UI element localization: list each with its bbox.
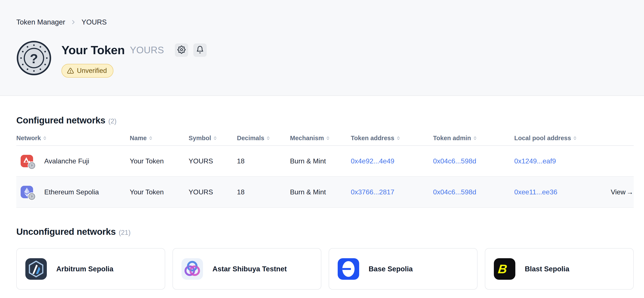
cell-decimals: 18 <box>237 157 290 165</box>
svg-text:?: ? <box>31 195 33 198</box>
chevron-right-icon <box>70 19 76 25</box>
network-name: Ethereum Sepolia <box>44 188 99 196</box>
configured-networks-table: Network Name Symbol Decimals Mechanism T… <box>16 131 634 208</box>
cell-name: Your Token <box>130 188 188 196</box>
bell-icon <box>196 46 204 54</box>
sort-icon <box>473 136 477 140</box>
network-card-arbitrum-sepolia[interactable]: Arbitrum Sepolia <box>16 248 165 289</box>
token-address-link[interactable]: 0x3766...2817 <box>351 188 433 196</box>
token-admin-link[interactable]: 0x04c6...598d <box>433 188 514 196</box>
cell-name: Your Token <box>130 157 188 165</box>
unconfigured-networks-heading: Unconfigured networks(21) <box>16 208 634 237</box>
svg-text:?: ? <box>30 51 38 66</box>
configured-networks-heading: Configured networks(2) <box>16 96 634 126</box>
column-header-symbol[interactable]: Symbol <box>188 135 237 142</box>
sort-icon <box>149 136 152 140</box>
column-header-token-admin[interactable]: Token admin <box>433 135 514 142</box>
section-count: (21) <box>119 229 130 236</box>
column-header-token-address[interactable]: Token address <box>351 135 433 142</box>
notifications-button[interactable] <box>193 44 207 57</box>
cell-mechanism: Burn & Mint <box>290 157 351 165</box>
token-symbol: YOURS <box>130 45 164 56</box>
breadcrumb: Token Manager YOURS <box>16 18 628 26</box>
cell-symbol: YOURS <box>188 157 237 165</box>
table-row-avalanche-fuji[interactable]: ? Avalanche Fuji Your Token YOURS 18 Bur… <box>16 146 634 177</box>
sort-icon <box>326 136 330 140</box>
network-card-blast-sepolia[interactable]: B Blast Sepolia <box>485 248 634 289</box>
page-header-band: Token Manager YOURS ? <box>0 0 644 96</box>
warning-icon <box>67 67 74 74</box>
ethereum-network-icon: ? <box>20 186 33 198</box>
table-row-ethereum-sepolia[interactable]: ? Ethereum Sepolia Your Token YOURS 18 B… <box>16 177 634 208</box>
token-admin-link[interactable]: 0x04c6...598d <box>433 157 514 165</box>
token-avatar: ? <box>16 41 52 76</box>
svg-text:?: ? <box>31 164 33 167</box>
network-card-label: Blast Sepolia <box>525 265 569 273</box>
unknown-token-mini-badge: ? <box>28 161 36 170</box>
view-link[interactable]: View → <box>606 188 634 196</box>
avalanche-network-icon: ? <box>20 155 33 167</box>
local-pool-address-link[interactable]: 0xee11...ee36 <box>514 188 606 196</box>
cell-decimals: 18 <box>237 188 290 196</box>
network-card-astar-shibuya[interactable]: Astar Shibuya Testnet <box>172 248 321 289</box>
unknown-token-mini-badge: ? <box>28 192 36 201</box>
sort-icon <box>573 136 577 140</box>
breadcrumb-current: YOURS <box>82 18 106 26</box>
sort-icon <box>396 136 400 140</box>
arbitrum-network-icon <box>25 258 47 280</box>
unconfigured-networks-grid: Arbitrum Sepolia Astar Shibuya Testnet <box>16 248 634 292</box>
column-header-local-pool-address[interactable]: Local pool address <box>514 135 606 142</box>
local-pool-address-link[interactable]: 0x1249...eaf9 <box>514 157 606 165</box>
settings-button[interactable] <box>175 44 188 57</box>
sort-icon <box>43 136 46 140</box>
column-header-name[interactable]: Name <box>130 135 188 142</box>
section-title: Unconfigured networks <box>16 227 116 237</box>
unknown-token-coin-icon: ? <box>16 41 52 76</box>
base-network-icon <box>338 258 359 280</box>
network-name: Avalanche Fuji <box>44 157 89 165</box>
network-card-label: Base Sepolia <box>368 265 413 273</box>
svg-text:B: B <box>497 262 508 276</box>
sort-icon <box>266 136 270 140</box>
network-card-label: Arbitrum Sepolia <box>56 265 114 273</box>
network-card-label: Astar Shibuya Testnet <box>212 265 287 273</box>
sort-icon <box>213 136 217 140</box>
column-header-network[interactable]: Network <box>16 135 130 142</box>
network-card-base-sepolia[interactable]: Base Sepolia <box>329 248 478 289</box>
cell-symbol: YOURS <box>188 188 237 196</box>
token-header: ? Your Token YOURS <box>16 41 628 78</box>
astar-network-icon <box>182 258 203 280</box>
gear-icon <box>178 46 186 54</box>
column-header-decimals[interactable]: Decimals <box>237 135 290 142</box>
token-address-link[interactable]: 0x4e92...4e49 <box>351 157 433 165</box>
column-header-mechanism[interactable]: Mechanism <box>290 135 351 142</box>
blast-network-icon: B <box>494 258 515 280</box>
status-badge-unverified: Unverified <box>62 64 114 78</box>
section-title: Configured networks <box>16 115 105 125</box>
table-header-row: Network Name Symbol Decimals Mechanism T… <box>16 131 634 146</box>
page-title: Your Token <box>62 43 125 57</box>
breadcrumb-token-manager-link[interactable]: Token Manager <box>16 18 65 26</box>
arrow-right-icon: → <box>626 188 633 196</box>
cell-mechanism: Burn & Mint <box>290 188 351 196</box>
section-count: (2) <box>108 117 116 125</box>
status-badge-label: Unverified <box>77 67 107 75</box>
main-content: Configured networks(2) Network Name Symb… <box>0 96 644 292</box>
